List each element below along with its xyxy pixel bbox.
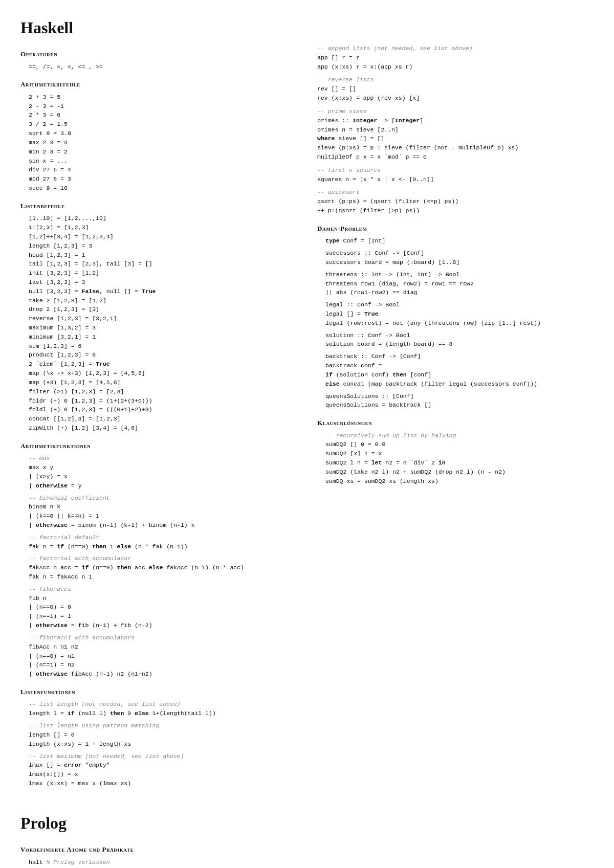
damen-content: type Conf = [Int] successors :: Conf -> …: [325, 236, 594, 410]
line: | otherwise fibAcc (n-1) n2 (n1+n2): [29, 670, 297, 679]
line: 1:[2,3] = [1,2,3]: [29, 223, 297, 232]
spacer: [317, 184, 594, 188]
line: init [3,2,3] = [1,2]: [29, 269, 297, 278]
line: -- max: [29, 454, 297, 463]
line: primes :: Integer -> [Integer]: [317, 116, 594, 125]
line: sqrt 9 = 3.0: [29, 129, 297, 138]
listenbefehle-section: Listenbefehle [1..10] = [1,2,...,10] 1:[…: [20, 201, 297, 433]
line: 2 + 3 = 5: [29, 93, 297, 102]
arithmetikfunktionen-heading: Arithmetikfunktionen: [20, 441, 297, 451]
line: app (x:xs) r = x:(app xs r): [317, 62, 594, 72]
line: take 2 [1,2,3] = [1,2]: [29, 296, 297, 305]
listenfunktionen-heading: Listenfunktionen: [20, 687, 297, 697]
line: fak n = fakAcc n 1: [29, 572, 297, 582]
line: primes n = sieve [2..n]: [317, 125, 594, 135]
line: sieve (p:xs) = p : sieve (filter (not . …: [317, 143, 594, 152]
line: else concat (map backtrack (filter legal…: [325, 380, 594, 389]
line: max 2 3 = 3: [29, 138, 297, 147]
klausurloesungen-content: -- recursively sum up list by halving su…: [325, 431, 594, 486]
line: | (k==0 || k==n) = 1: [29, 511, 297, 521]
line: rev (x:xs) = app (rev xs) [x]: [317, 94, 594, 103]
operatoren-heading: Operatoren: [20, 49, 297, 59]
line: map (\x -> x+3) [1,2,3] = [4,5,6]: [29, 369, 297, 378]
kw-true: True: [142, 288, 156, 295]
vordefiniert-heading: Vordefinierte Atome und Prädikate: [20, 844, 297, 855]
line: | (n==0) = 0: [29, 603, 297, 612]
line: -- binomial coefficient: [29, 494, 297, 503]
line: -- list maximum (not needed, see list ab…: [29, 752, 297, 761]
listenbefehle-lines: [1..10] = [1,2,...,10] 1:[2,3] = [1,2,3]…: [29, 214, 297, 433]
line: lmax [] = error "empty": [29, 761, 297, 770]
line: fakAcc n acc = if (n==0) then acc else f…: [29, 563, 297, 572]
listenfunktionen-section: Listenfunktionen -- list length (not nee…: [20, 687, 297, 788]
kw-false: False: [82, 288, 100, 295]
line: last [3,2,3] = 3: [29, 278, 297, 287]
line: successors :: Conf -> [Conf]: [325, 249, 594, 258]
line: queensSolutions :: [Conf]: [325, 392, 594, 401]
line: 2 - 3 = -1: [29, 102, 297, 111]
line: || abs (row1-row2) == diag: [325, 288, 594, 297]
comment: -- prime sieve: [317, 107, 594, 116]
line: [1,2]++[3,4] = [1,2,3,4]: [29, 232, 297, 241]
line: where sieve [] = []: [317, 134, 594, 143]
line: sumDQ2 [] 0 = 0.0: [325, 440, 594, 449]
arithmetik-heading: Arithmetikbefehle: [20, 79, 297, 90]
line: sumDQ2 [x] 1 = x: [325, 449, 594, 458]
line: threatens :: Int -> (Int, Int) -> Bool: [325, 270, 594, 279]
line: lmax(x:[]) = x: [29, 770, 297, 779]
line: min 2 3 = 2: [29, 147, 297, 157]
line: drop 2 [1,2,3] = [3]: [29, 305, 297, 314]
line: | (x>y) = x: [29, 472, 297, 481]
line: filter (>1) [1,2,3] = [2,3]: [29, 387, 297, 396]
line: sumDQ2 (take n2 l) n2 + sumDQ2 (drop n2 …: [325, 468, 594, 477]
line: threatens row1 (diag, row2) = row1 == ro…: [325, 279, 594, 288]
prolog-left-column: Prolog Vordefinierte Atome und Prädikate…: [20, 811, 297, 868]
line: sumDQ xs = sumDQ2 xs (length xs): [325, 477, 594, 486]
line: halt % Prolog verlassen: [29, 857, 297, 867]
line: fib n: [29, 594, 297, 603]
line: successors board = map (:board) [1..8]: [325, 258, 594, 267]
line: queensSolutions = backtrack []: [325, 400, 594, 410]
line: 3 / 2 = 1.5: [29, 120, 297, 129]
line: sin x = ...: [29, 157, 297, 166]
operatoren-section: Operatoren ==, /=, >, <, <= , >=: [20, 49, 297, 71]
line: | otherwise = y: [29, 481, 297, 491]
line: | otherwise = fib (n-1) + fib (n-2): [29, 621, 297, 630]
arithmetik-section: Arithmetikbefehle 2 + 3 = 5 2 - 3 = -1 2…: [20, 79, 297, 192]
line: squares n = [x * x | x <- [0..n]]: [317, 175, 594, 184]
line: binom n k: [29, 502, 297, 511]
line: backtrack :: Conf -> [Conf]: [325, 352, 594, 361]
haskell-title: Haskell: [20, 15, 297, 40]
spacer: [317, 162, 594, 166]
line: reverse [1,2,3] = [3,2,1]: [29, 314, 297, 323]
klausurloesungen-section: Klausurlösungen -- recursively sum up li…: [317, 418, 594, 485]
listenfunktionen-content: -- list length (not needed, see list abo…: [29, 700, 297, 788]
append-content: -- append lists (not needed, see list ab…: [317, 44, 594, 215]
line: backtrack conf =: [325, 361, 594, 370]
arithmetikfunktionen-content: -- max max x y | (x>y) = x | otherwise =…: [29, 454, 297, 679]
damen-section: Damen-Problem type Conf = [Int] successo…: [317, 224, 594, 410]
line: [1..10] = [1,2,...,10]: [29, 214, 297, 223]
line: type Conf = [Int]: [325, 236, 594, 246]
prolog-right-column: [317, 811, 594, 868]
spacer: [317, 103, 594, 107]
line: minimum [3,2,1] = 1: [29, 332, 297, 342]
damen-heading: Damen-Problem: [317, 224, 594, 234]
prolog-title: Prolog: [20, 811, 297, 835]
line: -- factorial with accumulator: [29, 554, 297, 563]
line: tail [1,2,3] = [2,3], tail [3] = []: [29, 259, 297, 269]
line: -- fibonacci with accumulators: [29, 633, 297, 642]
right-column: -- append lists (not needed, see list ab…: [317, 15, 594, 794]
comment: -- append lists (not needed, see list ab…: [317, 44, 594, 53]
operatoren-content: ==, /=, >, <, <= , >=: [29, 62, 297, 72]
line: -- factorial default: [29, 533, 297, 542]
line: rev [] = []: [317, 84, 594, 94]
line: qsort (p:ps) = (qsort (filter (<=p) ps)): [317, 197, 594, 206]
line: length [1,2,3] = 3: [29, 241, 297, 251]
line: foldr (+) 0 [1,2,3] = (1+(2+(3+0))): [29, 396, 297, 406]
line: | (n==1) = 1: [29, 612, 297, 621]
line: div 27 6 = 4: [29, 165, 297, 174]
line: map (+3) [1,2,3] = [4,5,6]: [29, 378, 297, 387]
line: fak n = if (n==0) then 1 else (n * fak (…: [29, 542, 297, 551]
line: if (solution conf) then [conf]: [325, 370, 594, 380]
